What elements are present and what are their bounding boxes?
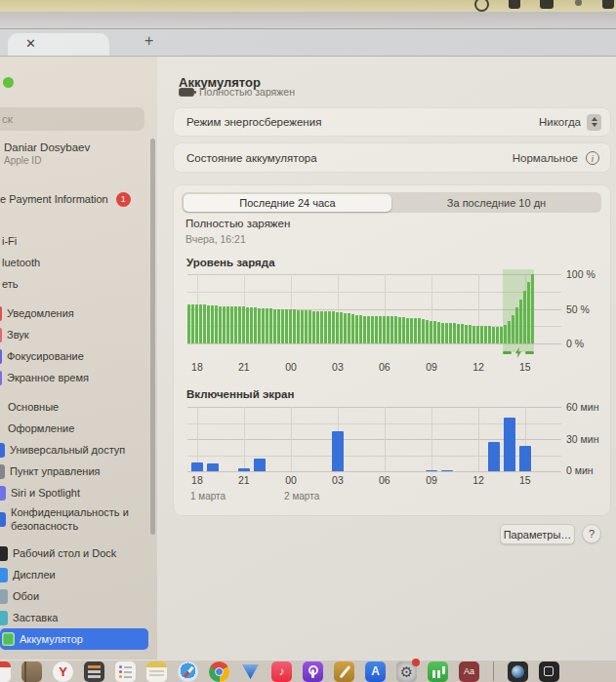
sidebar-item[interactable]: Универсальный доступ [0,439,151,461]
music-icon[interactable]: ♪ [271,662,292,682]
sidebar-item[interactable]: еть [0,273,151,295]
lens-app-icon[interactable] [508,662,528,682]
battery-level-bar [445,323,448,343]
browser-window-top [0,12,616,29]
sidebar-item[interactable]: Оформление [0,418,151,439]
sidebar-item[interactable]: Обои [0,585,151,607]
chevron-down-icon [592,123,597,127]
battery-level-bar [476,326,479,343]
app-icon-sliver [0,306,2,321]
gridline [187,471,561,472]
sidebar-item[interactable]: Заставка [0,607,151,628]
system-settings-icon[interactable]: ⚙ [396,662,417,682]
sidebar-scrollbar[interactable] [150,139,155,535]
setting-row-energy-mode: Режим энергосбережения Никогда [174,108,610,136]
blue-triangle-app-icon[interactable] [240,662,261,682]
battery-level-bar [191,304,194,343]
sidebar-profile[interactable]: Daniar Dosybaev Apple ID [4,141,90,166]
screenshot-app-icon[interactable] [539,662,559,682]
y-tick-label: 60 мин [566,401,611,413]
tab-last-24-hours[interactable]: Последние 24 часа [184,194,391,212]
safari-icon[interactable] [178,662,198,682]
sidebar-item[interactable]: Основные [0,396,151,418]
battery-level-bar [469,325,472,343]
sidebar-item-battery[interactable]: Аккумулятор [0,628,148,650]
calculator-icon[interactable] [84,662,104,682]
status-round-icon[interactable] [474,0,489,12]
screen-on-bar [254,459,266,471]
info-icon[interactable]: i [586,151,599,165]
battery-level-bar [484,326,487,343]
battery-status-line: Полностью заряжен [179,86,295,98]
podcasts-icon[interactable] [303,662,323,682]
sidebar-item-payment[interactable]: e Payment Information 1 [0,190,146,208]
x-tick-label: 18 [191,474,203,486]
battery-level-bar [215,305,218,343]
stepper-control[interactable] [587,114,601,131]
battery-level-bar [531,274,534,343]
sidebar-item-label: Основные [8,401,59,413]
app-icon-sliver [0,589,8,604]
battery-level-bar [301,310,304,343]
status-dual-icon[interactable] [540,0,554,9]
status-edge-icon[interactable] [602,0,614,9]
app-icon-sliver [0,486,6,501]
sidebar-item[interactable]: luetooth [0,252,151,273]
notes-icon[interactable] [146,662,167,682]
battery-level-bar [234,306,237,343]
battery-level-x-axis: 1821000306091215 [187,361,561,373]
battery-level-bar [242,306,245,343]
battery-level-bar [207,305,210,343]
sidebar-item[interactable]: Фокусирование [0,345,151,367]
sidebar-item[interactable]: Экранное время [0,367,151,388]
x-tick-label: 12 [472,474,484,486]
x-tick-label: 00 [285,361,297,373]
battery-level-bar [332,311,335,343]
battery-usage-card: Последние 24 часа За последние 10 дн Пол… [174,185,610,515]
battery-level-bar [203,304,206,343]
chrome-icon[interactable] [209,662,229,682]
battery-level-bar [351,314,354,343]
battery-level-bar [254,307,257,343]
close-tab-icon[interactable]: ✕ [25,36,36,51]
battery-level-bar [305,310,308,343]
tab-last-10-days[interactable]: За последние 10 дн [391,192,601,213]
charge-dash [503,351,512,354]
sidebar-item[interactable]: i-Fi [0,230,151,252]
green-stats-app-icon[interactable] [428,662,448,682]
battery-level-bar [238,306,241,343]
sidebar-item[interactable]: Siri и Spotlight [0,482,151,503]
dictionary-icon[interactable]: Aa [459,662,479,682]
sidebar-item-label: Аккумулятор [20,633,83,645]
contacts-icon[interactable] [21,662,42,682]
app-icon-sliver [0,611,8,625]
battery-icon [179,88,194,97]
yandex-browser-icon[interactable]: Y [53,662,73,682]
screen-on-bar [207,463,219,471]
sidebar-item[interactable]: Уведомления [0,302,151,324]
window-control-green[interactable] [3,77,14,88]
sidebar-item[interactable]: Конфиденциальность ибезопасность [0,503,151,535]
sidebar-item[interactable]: Рабочий стол и Dock [0,542,151,564]
help-button[interactable]: ? [582,524,601,543]
battery-level-bar [500,327,503,343]
status-app-icon[interactable] [509,0,520,9]
browser-tab[interactable]: ✕ [8,33,109,56]
sidebar-item[interactable]: Дисплеи [0,564,151,585]
sidebar-item[interactable]: Пункт управления [0,461,151,482]
dock: Y♪A⚙Aa [0,660,616,682]
calendar-icon[interactable] [0,662,11,682]
battery-level-bar [344,313,347,343]
chart-title-battery-level: Уровень заряда [186,257,275,268]
gold-pencil-app-icon[interactable] [334,662,354,682]
battery-level-bar [262,308,265,343]
reminders-icon[interactable] [115,662,136,682]
sidebar-item[interactable]: Звук [0,324,151,345]
charge-status-time: Вчера, 16:21 [185,233,246,245]
app-store-icon[interactable]: A [365,662,386,682]
options-button[interactable]: Параметры… [500,524,575,544]
status-dot-icon[interactable] [575,0,582,6]
new-tab-button[interactable]: + [144,32,153,50]
search-input[interactable]: ск [0,107,144,131]
battery-level-bar [250,307,253,343]
